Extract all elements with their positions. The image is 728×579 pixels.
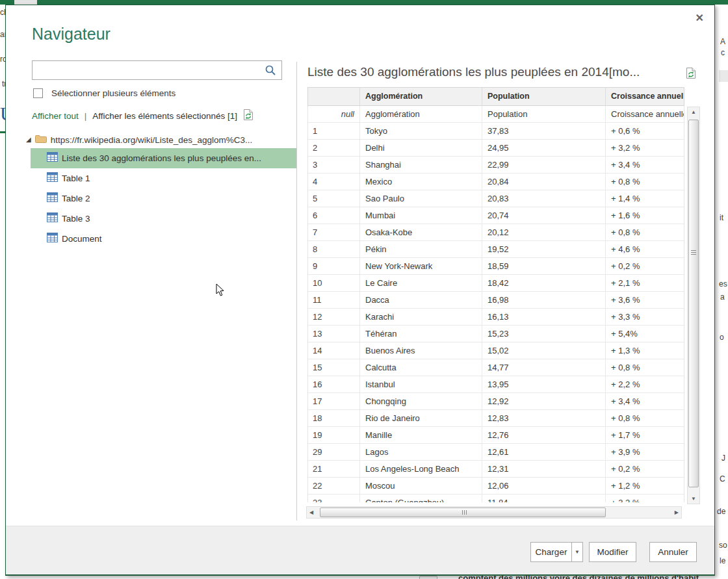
cell-index: 17 [308, 393, 360, 409]
cell-croissance: + 3,2 % [606, 495, 684, 502]
load-dropdown-arrow[interactable]: ▼ [571, 542, 583, 562]
table-row: 9 New York-Newark 18,59 + 0,2 % [308, 258, 684, 275]
cell-croissance: + 0,8 % [606, 410, 684, 426]
search-input[interactable] [32, 61, 281, 79]
horizontal-scrollbar[interactable]: ◀ ▶ [306, 506, 682, 519]
scroll-right-icon[interactable]: ▶ [675, 509, 679, 515]
table-row: 14 Buenos Aires 15,02 + 1,3 % [308, 342, 684, 359]
cell-croissance: + 0,8 % [606, 224, 684, 240]
edit-button[interactable]: Modifier [589, 542, 636, 562]
cell-agglomeration: Lagos [360, 444, 482, 460]
table-row: 6 Mumbai 20,74 + 1,6 % [308, 207, 684, 224]
cell-agglomeration: Mumbai [360, 207, 482, 224]
cell-agglomeration: Téhéran [360, 326, 482, 342]
table-row: 10 Le Caire 18,42 + 2,1 % [308, 275, 684, 292]
background-text-fragment: de [717, 507, 725, 516]
scroll-up-icon[interactable]: ▲ [688, 109, 699, 115]
cell-population: 22,99 [482, 157, 606, 173]
background-text-fragment: c [721, 48, 725, 57]
cell-population: 18,42 [482, 275, 606, 291]
cell-croissance: + 3,9 % [606, 444, 684, 460]
cell-agglomeration: Canton (Guangzhou) [360, 495, 482, 502]
table-row: null Agglomération Population Croissance… [308, 106, 684, 123]
cell-croissance: + 3,6 % [606, 292, 684, 308]
table-row: 13 Téhéran 15,23 + 5,4% [308, 326, 684, 342]
cell-population: 15,02 [482, 342, 606, 359]
cell-index: 6 [308, 207, 360, 224]
tree-item[interactable]: Document [31, 229, 296, 249]
scroll-left-icon[interactable]: ◀ [309, 509, 313, 515]
tree-item[interactable]: Table 1 [31, 168, 296, 188]
cell-croissance: + 3,4 % [606, 393, 684, 409]
cell-index: null [308, 106, 360, 122]
column-header-index [308, 88, 360, 105]
refresh-icon[interactable] [243, 109, 254, 123]
load-button[interactable]: Charger [530, 542, 572, 562]
cell-agglomeration: Dacca [360, 292, 482, 308]
view-links: Afficher tout | Afficher les éléments sé… [32, 109, 254, 123]
show-selected-link[interactable]: Afficher les éléments sélectionnés [1] [92, 111, 237, 121]
cell-agglomeration: Manille [360, 427, 482, 443]
tree-item-label: Document [62, 234, 102, 244]
background-text-fragment: A [720, 37, 725, 46]
cell-agglomeration: Moscou [360, 478, 482, 494]
tree-item[interactable]: Table 3 [31, 209, 296, 229]
tree-item-label: Table 2 [62, 194, 90, 203]
tree-items: Liste des 30 agglomérations les plus peu… [6, 148, 296, 249]
preview-refresh-icon[interactable] [686, 67, 697, 82]
cell-croissance: + 2,2 % [606, 376, 684, 392]
table-icon [47, 233, 58, 245]
table-icon [47, 172, 58, 185]
scroll-down-icon[interactable]: ▼ [688, 496, 699, 502]
cell-population: 12,92 [482, 393, 606, 409]
background-text-fragment: it [720, 213, 723, 222]
cell-index: 12 [308, 309, 360, 325]
multi-select-label: Sélectionner plusieurs éléments [51, 88, 176, 98]
horizontal-scroll-thumb[interactable] [320, 508, 606, 517]
cell-croissance: + 1,2 % [606, 478, 684, 494]
tree-item-label: Liste des 30 agglomérations les plus peu… [62, 153, 261, 163]
scroll-grip [691, 250, 696, 255]
cancel-button[interactable]: Annuler [649, 542, 697, 562]
cell-croissance: + 1,6 % [606, 207, 684, 224]
cell-population: 19,52 [482, 241, 606, 257]
tree-root-node[interactable]: ◢ https://fr.wikipedia.org/wiki/Liste_de… [6, 131, 296, 148]
cell-population: 15,23 [482, 326, 606, 342]
tree-item-label: Table 1 [62, 174, 90, 183]
cell-croissance: + 3,4 % [606, 157, 684, 173]
cell-agglomeration: Calcutta [360, 359, 482, 376]
search-icon [265, 64, 276, 79]
cell-agglomeration: Agglomération [360, 106, 482, 122]
background-text-fragment: le [720, 556, 725, 565]
vertical-scrollbar[interactable]: ▲ ▼ [687, 107, 700, 504]
table-row: 1 Tokyo 37,83 + 0,6 % [308, 123, 684, 140]
show-all-link[interactable]: Afficher tout [32, 111, 79, 121]
cell-croissance: Croissance annuelle [606, 106, 684, 122]
cell-croissance: + 0,6 % [606, 123, 684, 139]
cell-population: 12,31 [482, 461, 606, 477]
close-icon[interactable]: ✕ [696, 13, 704, 23]
cell-croissance: + 1,3 % [606, 342, 684, 359]
cell-population: 13,95 [482, 376, 606, 392]
background-strip-gray-segment [14, 0, 37, 5]
cell-population: 37,83 [482, 123, 606, 139]
table-row: 7 Osaka-Kobe 20,12 + 0,8 % [308, 224, 684, 241]
tree-item[interactable]: Table 2 [31, 188, 296, 209]
cell-croissance: + 4,6 % [606, 241, 684, 257]
multi-select-row: Sélectionner plusieurs éléments [33, 88, 176, 98]
mouse-cursor [216, 283, 225, 300]
multi-select-checkbox[interactable] [33, 88, 43, 98]
cell-population: 12,83 [482, 410, 606, 426]
table-row: 21 Los Angeles-Long Beach 12,31 + 0,2 % [308, 461, 684, 478]
cell-population: 11,84 [482, 495, 606, 502]
table-row: 16 Istanbul 13,95 + 2,2 % [308, 376, 684, 393]
table-icon [47, 152, 58, 164]
column-header-population: Population [482, 88, 606, 105]
cell-croissance: + 0,2 % [606, 258, 684, 274]
cell-agglomeration: Karachi [360, 309, 482, 325]
cell-population: 20,74 [482, 207, 606, 224]
expander-icon[interactable]: ◢ [26, 136, 31, 143]
tree-item[interactable]: Liste des 30 agglomérations les plus peu… [31, 148, 296, 168]
vertical-scroll-thumb[interactable] [688, 120, 699, 487]
cell-croissance: + 1,4 % [606, 190, 684, 207]
